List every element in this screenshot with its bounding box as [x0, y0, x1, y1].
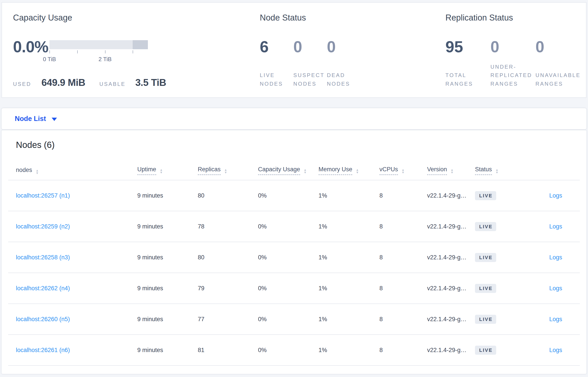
memory-use-cell: 1%	[311, 335, 372, 365]
logs-link[interactable]: Logs	[549, 192, 562, 199]
replication-status-section: Replication Status 95 TOTAL RANGES 0 UND…	[446, 13, 580, 88]
uptime-cell: 9 minutes	[129, 180, 190, 211]
sort-icon: ▲▼	[36, 169, 39, 175]
axis-tick	[77, 50, 78, 53]
column-header-status[interactable]: Status▲▼	[467, 150, 520, 180]
usable-label: USABLE	[99, 81, 126, 87]
status-badge: LIVE	[475, 222, 496, 231]
uptime-cell: 9 minutes	[129, 211, 190, 242]
node-link[interactable]: localhost:26257 (n1)	[16, 192, 70, 199]
column-header-capacity-usage[interactable]: Capacity Usage▲▼	[250, 150, 311, 180]
capacity-usage-section: Capacity Usage 0.0% 0 TiB2 TiB USED 649.…	[13, 13, 260, 88]
replicas-cell: 81	[190, 335, 250, 365]
view-selector-label[interactable]: Node List	[15, 115, 46, 123]
vcpus-cell: 8	[372, 211, 419, 242]
usable-value: 3.5 TiB	[135, 77, 166, 88]
uptime-cell: 9 minutes	[129, 335, 190, 365]
axis-tick-label: 0 TiB	[43, 56, 56, 63]
status-badge: LIVE	[475, 346, 496, 355]
capacity-usage-cell: 0%	[250, 242, 311, 273]
capacity-usage-cell: 0%	[250, 273, 311, 304]
column-header-nodes[interactable]: nodes▲▼	[8, 150, 129, 180]
node-status-section: Node Status 6 LIVE NODES 0 SUSPECT NODES…	[260, 13, 446, 88]
sort-icon: ▲▼	[160, 169, 163, 174]
dead-nodes-value: 0	[327, 39, 360, 55]
view-selector[interactable]: Node List	[1, 108, 587, 129]
axis-tick	[105, 50, 106, 53]
vcpus-cell: 8	[372, 273, 419, 304]
column-header-replicas[interactable]: Replicas▲▼	[190, 150, 250, 180]
table-row: localhost:26261 (n6) 9 minutes 81 0% 1% …	[8, 335, 580, 365]
capacity-usage-cell: 0%	[250, 304, 311, 335]
capacity-usage-title: Capacity Usage	[13, 13, 260, 23]
nodes-table-card: Nodes (6) nodes▲▼ Uptime▲▼ Replicas▲▼ Ca…	[1, 130, 587, 374]
capacity-usage-cell: 0%	[250, 211, 311, 242]
version-cell: v22.1.4-29-g…	[419, 335, 467, 365]
used-value: 649.9 MiB	[42, 77, 85, 88]
table-row: localhost:26262 (n4) 9 minutes 79 0% 1% …	[8, 273, 580, 304]
under-replicated-ranges-value: 0	[490, 39, 535, 55]
column-header-vcpus[interactable]: vCPUs▲▼	[372, 150, 419, 180]
logs-link[interactable]: Logs	[549, 316, 562, 322]
table-row: localhost:26259 (n2) 9 minutes 78 0% 1% …	[8, 211, 580, 242]
status-badge: LIVE	[475, 253, 496, 262]
live-nodes-stat: 6 LIVE NODES	[260, 39, 293, 88]
node-link[interactable]: localhost:26259 (n2)	[16, 223, 70, 230]
node-link[interactable]: localhost:26262 (n4)	[16, 285, 70, 292]
column-header-memory-use[interactable]: Memory Use▲▼	[311, 150, 372, 180]
caret-down-icon	[52, 118, 57, 121]
sort-icon: ▲▼	[401, 169, 405, 174]
live-nodes-value: 6	[260, 39, 293, 55]
memory-use-cell: 1%	[311, 180, 372, 211]
logs-link[interactable]: Logs	[549, 254, 562, 261]
dead-nodes-stat: 0 DEAD NODES	[327, 39, 360, 88]
sort-icon: ▲▼	[356, 169, 359, 174]
replicas-cell: 80	[190, 242, 250, 273]
node-link[interactable]: localhost:26258 (n3)	[16, 254, 70, 261]
sort-icon: ▲▼	[224, 169, 227, 174]
node-link[interactable]: localhost:26261 (n6)	[16, 347, 70, 353]
replicas-cell: 78	[190, 211, 250, 242]
total-ranges-label: TOTAL RANGES	[446, 71, 489, 88]
sort-icon: ▲▼	[450, 169, 454, 174]
memory-use-cell: 1%	[311, 211, 372, 242]
capacity-usage-cell: 0%	[250, 335, 311, 365]
suspect-nodes-value: 0	[293, 39, 327, 55]
capacity-bar-axis: 0 TiB2 TiB	[49, 49, 148, 65]
version-cell: v22.1.4-29-g…	[419, 180, 467, 211]
table-row: localhost:26257 (n1) 9 minutes 80 0% 1% …	[8, 180, 580, 211]
replicas-cell: 80	[190, 180, 250, 211]
status-badge: LIVE	[475, 284, 496, 293]
column-header-version[interactable]: Version▲▼	[419, 150, 467, 180]
node-status-title: Node Status	[260, 13, 446, 23]
used-label: USED	[13, 81, 31, 87]
column-header-logs	[520, 150, 580, 180]
logs-link[interactable]: Logs	[549, 223, 562, 230]
vcpus-cell: 8	[372, 242, 419, 273]
logs-link[interactable]: Logs	[549, 347, 562, 353]
capacity-bar-track	[49, 40, 148, 49]
uptime-cell: 9 minutes	[129, 273, 190, 304]
status-badge: LIVE	[475, 191, 496, 200]
table-header-row: nodes▲▼ Uptime▲▼ Replicas▲▼ Capacity Usa…	[8, 150, 580, 180]
table-row: localhost:26258 (n3) 9 minutes 80 0% 1% …	[8, 242, 580, 273]
column-header-uptime[interactable]: Uptime▲▼	[129, 150, 190, 180]
nodes-table: nodes▲▼ Uptime▲▼ Replicas▲▼ Capacity Usa…	[8, 150, 580, 366]
capacity-bar: 0 TiB2 TiB	[49, 40, 148, 65]
uptime-cell: 9 minutes	[129, 242, 190, 273]
suspect-nodes-stat: 0 SUSPECT NODES	[293, 39, 327, 88]
replication-status-title: Replication Status	[446, 13, 580, 23]
axis-tick	[49, 50, 50, 53]
uptime-cell: 9 minutes	[129, 304, 190, 335]
under-replicated-ranges-label: UNDER-REPLICATED RANGES	[490, 63, 534, 88]
live-nodes-label: LIVE NODES	[260, 71, 289, 88]
memory-use-cell: 1%	[311, 273, 372, 304]
unavailable-ranges-value: 0	[535, 39, 580, 55]
node-link[interactable]: localhost:26260 (n5)	[16, 316, 70, 322]
logs-link[interactable]: Logs	[549, 285, 562, 292]
replicas-cell: 79	[190, 273, 250, 304]
capacity-percent-value: 0.0%	[13, 39, 49, 55]
axis-tick	[133, 50, 133, 53]
dead-nodes-label: DEAD NODES	[327, 71, 356, 88]
unavailable-ranges-label: UNAVAILABLE RANGES	[535, 71, 579, 88]
